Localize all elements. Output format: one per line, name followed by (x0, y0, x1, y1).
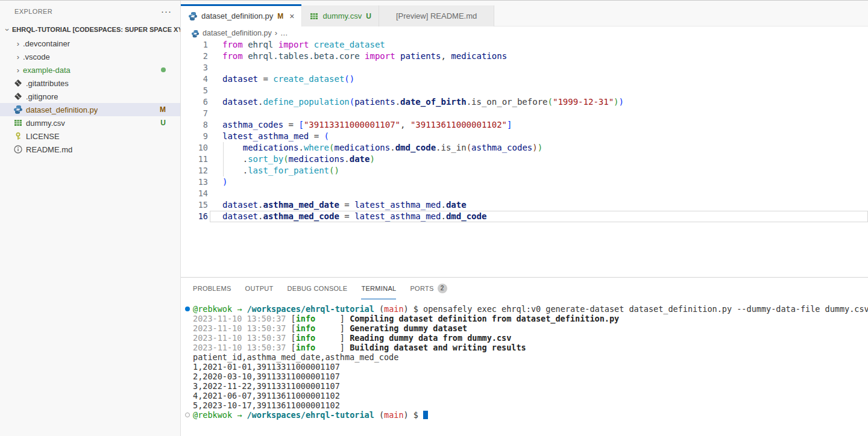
code-text: dataset = create_dataset() (222, 73, 354, 85)
terminal-line: 5,2023-10-17,39113611000001102 (181, 400, 868, 410)
code-lines: 1from ehrql import create_dataset2from e… (181, 39, 868, 222)
file-label: README.md (26, 145, 72, 154)
code-editor[interactable]: 1from ehrql import create_dataset2from e… (181, 39, 868, 277)
file-label: .gitignore (26, 92, 58, 101)
command-pending-decoration-icon[interactable] (185, 413, 190, 417)
terminal-line: 2,2020-03-10,39113311000001107 (181, 372, 868, 381)
explorer-sidebar: EXPLORER ··· › EHRQL-TUTORIAL [CODESPACE… (0, 1, 181, 436)
sidebar-item-dataset-definition-py[interactable]: dataset_definition.pyM (0, 103, 180, 116)
sidebar-item--gitignore[interactable]: .gitignore (0, 90, 180, 103)
panel-tab-debug-console[interactable]: DEBUG CONSOLE (288, 278, 348, 299)
workspace-section-header[interactable]: › EHRQL-TUTORIAL [CODESPACES: SUPER SPAC… (0, 22, 180, 37)
panel-tab-ports[interactable]: PORTS2 (410, 278, 447, 299)
line-number: 2 (181, 51, 208, 62)
line-number: 9 (181, 131, 208, 142)
breadcrumb-symbol-more[interactable]: … (280, 29, 288, 37)
sidebar-item-readme-md[interactable]: README.md (0, 143, 180, 156)
git-icon (13, 78, 23, 88)
python-icon (188, 11, 198, 21)
file-label: dataset_definition.py (26, 105, 98, 114)
code-line[interactable]: 15dataset.asthma_med_date = latest_asthm… (181, 199, 868, 211)
line-number: 10 (181, 142, 208, 154)
code-line[interactable]: 3 (181, 62, 868, 73)
code-text: asthma_codes = ["39113311000001107", "39… (222, 119, 512, 131)
sidebar-item--vscode[interactable]: ›.vscode (0, 50, 180, 63)
code-text: dataset.asthma_med_code = latest_asthma_… (222, 211, 486, 222)
file-list: ›.devcontainer›.vscode›example-data.gita… (0, 37, 180, 436)
close-icon[interactable]: × (289, 11, 294, 21)
code-line[interactable]: 14 (181, 188, 868, 199)
terminal-line: @rebkwok → /workspaces/ehrql-tutorial (m… (181, 410, 868, 420)
panel-tab-label: PORTS (410, 285, 433, 292)
indent-guide (223, 142, 224, 154)
license-icon (13, 131, 23, 141)
panel-tab-terminal[interactable]: TERMINAL (361, 278, 396, 299)
ports-count-badge: 2 (438, 284, 447, 293)
line-number: 4 (181, 73, 208, 85)
code-text: ) (222, 176, 227, 188)
panel-tab-problems[interactable]: PROBLEMS (193, 278, 231, 299)
sidebar-item-license[interactable]: LICENSE (0, 129, 180, 143)
terminal-line: patient_id,asthma_med_date,asthma_med_co… (181, 352, 868, 362)
tab--preview-readme-md[interactable]: [Preview] README.md (379, 5, 494, 26)
code-text: latest_asthma_med = ( (222, 131, 329, 142)
panel-tabs: PROBLEMSOUTPUTDEBUG CONSOLETERMINALPORTS… (181, 278, 868, 299)
code-line[interactable]: 10 medications.where(medications.dmd_cod… (181, 142, 868, 154)
git-status-badge: M (160, 105, 166, 114)
sidebar-item-dummy-csv[interactable]: dummy.csvU (0, 116, 180, 129)
line-number: 1 (181, 39, 208, 51)
tab-git-status-badge: M (277, 12, 283, 20)
terminal[interactable]: @rebkwok → /workspaces/ehrql-tutorial (m… (181, 299, 868, 436)
file-label: dummy.csv (26, 119, 65, 128)
code-line[interactable]: 7 (181, 108, 868, 119)
code-text: from ehrql import create_dataset (222, 39, 385, 51)
code-line[interactable]: 1from ehrql import create_dataset (181, 39, 868, 51)
tab-label: [Preview] README.md (396, 11, 477, 20)
panel-tab-label: OUTPUT (245, 285, 274, 292)
line-number: 7 (181, 108, 208, 119)
code-text: .last_for_patient() (222, 165, 339, 176)
code-line[interactable]: 11 .sort_by(medications.date) (181, 154, 868, 165)
file-label: example-data (23, 66, 71, 75)
vscode-window: EXPLORER ··· › EHRQL-TUTORIAL [CODESPACE… (0, 0, 868, 436)
editor-group: dataset_definition.pyM×dummy.csvU[Previe… (181, 1, 868, 436)
line-number: 6 (181, 96, 208, 108)
breadcrumb-file[interactable]: dataset_definition.py (203, 29, 272, 37)
line-number: 14 (181, 188, 208, 199)
terminal-line: 2023-11-10 13:50:37 [info ] Compiling da… (181, 314, 868, 323)
line-number: 15 (181, 199, 208, 211)
code-text: medications.where(medications.dmd_code.i… (222, 142, 542, 154)
python-icon (13, 105, 23, 114)
indent-guide (223, 154, 224, 165)
explorer-header: EXPLORER ··· (0, 1, 180, 22)
code-line[interactable]: 16dataset.asthma_med_code = latest_asthm… (181, 211, 868, 222)
terminal-line: 1,2021-01-01,39113311000001107 (181, 362, 868, 372)
code-line[interactable]: 2from ehrql.tables.beta.core import pati… (181, 51, 868, 62)
panel-tab-output[interactable]: OUTPUT (245, 278, 274, 299)
python-icon (191, 29, 200, 37)
panel-tab-label: TERMINAL (361, 285, 396, 292)
code-line[interactable]: 12 .last_for_patient() (181, 165, 868, 176)
line-number: 3 (181, 62, 208, 73)
csv-icon (309, 11, 319, 21)
tab-dummy-csv[interactable]: dummy.csvU (302, 5, 379, 26)
code-line[interactable]: 4dataset = create_dataset() (181, 73, 868, 85)
breadcrumb-separator: › (275, 28, 277, 37)
code-line[interactable]: 8asthma_codes = ["39113311000001107", "3… (181, 119, 868, 131)
code-line[interactable]: 13) (181, 176, 868, 188)
sidebar-item-example-data[interactable]: ›example-data (0, 63, 180, 76)
sidebar-item--devcontainer[interactable]: ›.devcontainer (0, 37, 180, 50)
tab-dataset-definition-py[interactable]: dataset_definition.pyM× (181, 5, 302, 26)
indent-guide (223, 165, 224, 176)
code-text: from ehrql.tables.beta.core import patie… (222, 51, 507, 62)
line-number: 8 (181, 119, 208, 131)
code-line[interactable]: 5 (181, 85, 868, 96)
command-ran-decoration-icon[interactable] (185, 307, 190, 311)
sidebar-item--gitattributes[interactable]: .gitattributes (0, 76, 180, 90)
code-text: dataset.asthma_med_date = latest_asthma_… (222, 199, 467, 211)
code-line[interactable]: 6dataset.define_population(patients.date… (181, 96, 868, 108)
code-line[interactable]: 9latest_asthma_med = ( (181, 131, 868, 142)
more-actions-icon[interactable]: ··· (161, 8, 172, 14)
panel-tab-label: DEBUG CONSOLE (288, 285, 348, 292)
breadcrumb[interactable]: dataset_definition.py › … (181, 26, 868, 39)
